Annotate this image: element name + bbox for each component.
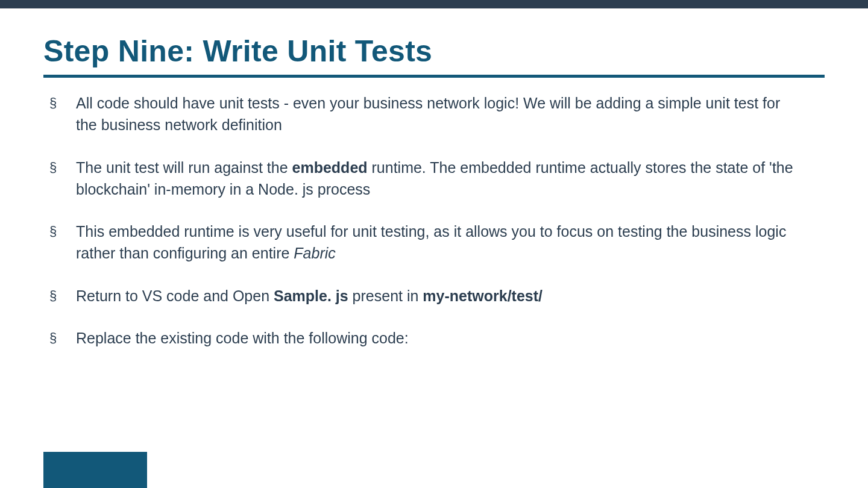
list-item-text: Return to VS code and Open (76, 287, 274, 304)
list-item-bold: my-network/test/ (423, 287, 542, 304)
title-underline (43, 75, 825, 78)
list-item-bold: embedded (292, 159, 368, 176)
list-item: The unit test will run against the embed… (43, 157, 825, 201)
list-item: Replace the existing code with the follo… (43, 327, 825, 349)
bullet-list: All code should have unit tests - even y… (43, 92, 825, 349)
slide-title: Step Nine: Write Unit Tests (43, 34, 825, 69)
list-item-text: This embedded runtime is very useful for… (76, 223, 786, 240)
list-item: Return to VS code and Open Sample. js pr… (43, 285, 825, 307)
list-item-text: runtime. The embedded runtime actually s… (368, 159, 793, 176)
list-item-bold: Sample. js (274, 287, 348, 304)
slide-content: Step Nine: Write Unit Tests All code sho… (0, 8, 868, 369)
list-item-text: the business network definition (76, 114, 825, 136)
list-item-text: blockchain' in-memory in a Node. js proc… (76, 178, 825, 200)
list-item-text: rather than configuring an entire (76, 245, 294, 261)
list-item-text: present in (348, 287, 423, 304)
list-item-text: All code should have unit tests - even y… (76, 95, 780, 111)
list-item-text: Replace the existing code with the follo… (76, 330, 409, 346)
list-item: This embedded runtime is very useful for… (43, 221, 825, 264)
list-item-italic: Fabric (294, 245, 335, 261)
slide: Step Nine: Write Unit Tests All code sho… (0, 0, 868, 488)
list-item: All code should have unit tests - even y… (43, 92, 825, 136)
list-item-text: The unit test will run against the (76, 159, 292, 176)
footer-accent-block (43, 452, 147, 488)
